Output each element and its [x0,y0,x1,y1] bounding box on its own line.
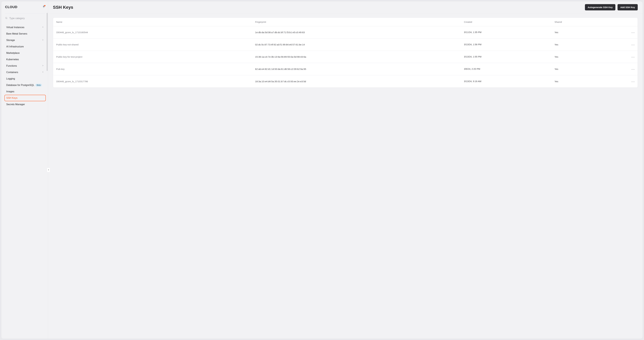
sidebar-item-functions[interactable]: Functions [5,63,45,69]
svg-point-6 [633,45,633,45]
page-title: SSH Keys [53,5,73,10]
cell-name: Public-key-for-test-project [56,55,253,58]
sidebar-item-images[interactable]: Images [5,88,45,95]
chevron-left-icon [48,169,50,171]
main-area: SSH Keys Autogenerate SSH Key Add SSH Ke… [48,1,642,339]
cell-shared: Yes [554,31,624,34]
row-actions-button[interactable] [625,55,634,58]
sidebar-item-secrets-manager[interactable]: Secrets Manager [5,101,45,108]
sidebar-divider [5,13,45,13]
more-horizontal-icon [632,31,634,34]
bell-icon [42,6,45,8]
row-actions-button[interactable] [625,31,634,34]
app-window: CLOUD Virtual InstancesBare Metal Server… [1,1,643,339]
svg-point-4 [634,32,634,33]
more-horizontal-icon [632,80,634,83]
col-shared: Shared [554,21,624,23]
cell-name: 330448_gcore_lu_1710317786 [56,80,253,83]
sidebar-item-label: Logging [6,77,15,80]
collapse-sidebar-button[interactable] [47,168,50,172]
sidebar-item-label: Database for PostgreSQL [6,84,34,86]
chevron-right-icon [42,64,44,67]
topbar: SSH Keys Autogenerate SSH Key Add SSH Ke… [48,1,642,13]
ssh-keys-table: Name Fingerprint Created Shared 330448_g… [53,17,638,88]
cell-shared: Yes [554,43,624,46]
svg-point-5 [632,45,632,45]
svg-point-15 [633,81,633,82]
svg-point-16 [634,81,634,82]
sidebar-item-kubernetes[interactable]: Kubernetes [5,56,45,63]
sidebar-item-label: Virtual Instances [6,26,24,29]
sidebar-item-label: Storage [6,39,15,41]
action-bar: Autogenerate SSH Key Add SSH Key [585,4,638,10]
cell-created: 3/13/24, 1:56 PM [464,43,553,46]
svg-point-7 [634,45,634,45]
row-actions-button[interactable] [625,43,634,46]
sidebar-nav: Virtual InstancesBare Metal ServersStora… [5,24,45,108]
chevron-right-icon [42,26,44,29]
category-search[interactable] [5,16,45,20]
cell-created: 3/13/24, 9:16 AM [464,80,553,83]
cell-fingerprint: 62:ab:e4:82:d1:1d:93:da:61:d6:56:c2:09:b… [255,68,462,70]
col-fingerprint: Fingerprint [255,21,462,23]
svg-point-9 [633,57,633,57]
sidebar: CLOUD Virtual InstancesBare Metal Server… [2,1,48,339]
row-actions-button[interactable] [625,68,634,70]
row-actions-button[interactable] [625,80,634,83]
sidebar-item-bare-metal-servers[interactable]: Bare Metal Servers [5,30,45,37]
sidebar-item-label: Kubernetes [6,58,19,61]
cell-shared: Yes [554,55,624,58]
svg-point-8 [632,57,632,57]
cell-fingerprint: 15:36:1a:c4:7e:3b:13:9a:56:89:55:0a:5d:9… [255,55,462,58]
beta-badge: Beta [36,84,42,86]
cell-name: Pub-key [56,68,253,70]
search-icon [5,17,8,20]
notification-dot-icon [44,5,46,6]
col-created: Created [464,21,553,23]
chevron-right-icon [42,39,44,41]
sidebar-item-ssh-keys[interactable]: SSH Keys [4,95,46,101]
content-area: Name Fingerprint Created Shared 330448_g… [48,13,642,92]
cell-created: 3/11/24, 1:35 PM [464,31,553,34]
sidebar-item-database-for-postgresql[interactable]: Database for PostgreSQLBeta [5,82,45,88]
more-horizontal-icon [632,43,634,46]
category-search-input[interactable] [9,17,45,20]
chevron-right-icon [42,71,44,74]
add-ssh-key-button[interactable]: Add SSH Key [618,4,638,10]
table-row: 330448_gcore_lu_171031778618:3a:10:e4:d4… [53,75,638,87]
sidebar-item-label: Bare Metal Servers [6,32,27,35]
more-horizontal-icon [632,68,634,70]
cell-fingerprint: 18:3a:10:e4:d4:5a:35:01:b7:dc:c5:93:ee:2… [255,80,462,83]
cell-name: 330448_gcore_lu_1710160544 [56,31,253,34]
table-header: Name Fingerprint Created Shared [53,18,638,26]
sidebar-item-label: Secrets Manager [6,103,25,106]
svg-line-1 [7,18,7,19]
svg-point-2 [632,32,632,33]
table-row: Pub-key62:ab:e4:82:d1:1d:93:da:61:d6:56:… [53,63,638,75]
svg-point-14 [632,81,632,82]
sidebar-scrollbar[interactable] [47,13,48,71]
svg-point-10 [634,57,634,57]
sidebar-item-ai-infrastructure[interactable]: AI Infrastructure [5,43,45,50]
cell-fingerprint: 1e:db:da:5d:08:a7:db:dc:bf:71:f3:b1:e5:c… [255,31,462,34]
sidebar-item-marketplace[interactable]: Marketplace [5,50,45,56]
sidebar-item-containers[interactable]: Containers [5,69,45,75]
more-horizontal-icon [632,55,634,58]
svg-point-11 [632,69,632,69]
svg-point-0 [6,17,7,19]
autogenerate-ssh-key-button[interactable]: Autogenerate SSH Key [585,4,616,10]
notifications-button[interactable] [42,5,45,9]
cell-shared: Yes [554,80,624,83]
table-row: Public-key-for-test-project15:36:1a:c4:7… [53,51,638,63]
sidebar-item-label: Containers [6,71,18,74]
sidebar-item-logging[interactable]: Logging [5,75,45,82]
svg-point-12 [633,69,633,69]
cell-name: Public-key-not-shared [56,43,253,46]
sidebar-item-virtual-instances[interactable]: Virtual Instances [5,24,45,30]
svg-point-13 [634,69,634,69]
sidebar-item-label: SSH Keys [6,97,18,99]
table-row: 330448_gcore_lu_17101605441e:db:da:5d:08… [53,26,638,38]
cell-fingerprint: 02:dc:5c:87:73:4f:92:a0:f1:99:84:e6:57:6… [255,43,462,46]
col-name: Name [56,21,253,23]
sidebar-item-storage[interactable]: Storage [5,37,45,43]
